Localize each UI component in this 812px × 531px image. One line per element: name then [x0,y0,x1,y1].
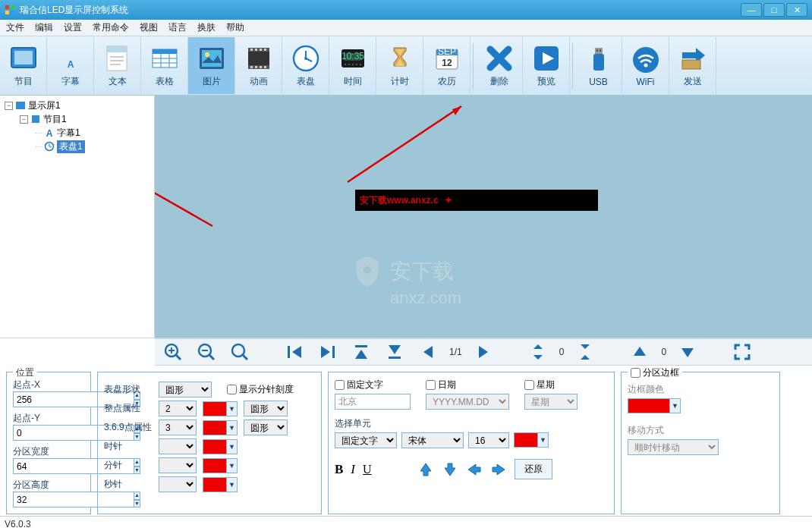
second-size-select[interactable] [159,476,197,492]
toolbar-preview[interactable]: 预览 [523,37,570,94]
svg-point-39 [344,64,345,65]
nav-top-button[interactable] [349,341,373,363]
fixed-text-input[interactable] [335,394,411,410]
collapse-vert-button[interactable] [573,341,597,363]
menu-view[interactable]: 视图 [140,21,158,34]
menu-common[interactable]: 常用命令 [93,21,129,34]
svg-rect-57 [32,115,39,123]
move-down-button[interactable] [675,341,700,363]
menu-file[interactable]: 文件 [6,21,24,34]
whole-size-select[interactable]: 2 [159,401,197,416]
svg-rect-56 [16,102,25,109]
svg-line-70 [176,355,181,360]
arrow-right-button[interactable] [490,461,507,478]
underline-button[interactable]: U [363,463,372,476]
move-up-button[interactable] [628,341,652,363]
nav-prev-button[interactable] [416,341,440,363]
italic-button[interactable]: I [351,462,355,477]
svg-rect-82 [389,357,401,359]
toolbar-timer[interactable]: 计时 [376,37,423,94]
tree-root[interactable]: −显示屏1 [2,99,153,112]
arrow-left-button[interactable] [466,461,483,478]
table-icon [149,43,180,74]
toolbar-calendar[interactable]: SEP12农历 [423,37,471,94]
svg-marker-63 [452,106,461,115]
q369-shape-select[interactable]: 圆形 [244,419,288,435]
minimize-button[interactable]: — [741,3,762,17]
show-minute-checkbox[interactable] [227,385,237,394]
font-select[interactable]: 宋体 [401,432,464,448]
font-size-select[interactable]: 16 [468,432,509,448]
menu-language[interactable]: 语言 [168,21,187,34]
menu-skin[interactable]: 换肤 [197,21,216,34]
svg-rect-51 [596,49,598,52]
menu-help[interactable]: 帮助 [226,21,244,34]
nav-bottom-button[interactable] [382,341,407,363]
clock-shape-box: 表盘形状圆形显示分针刻度 整点属性2▼圆形 3.6.9点属性3▼圆形 时针▼ 分… [97,372,322,514]
svg-rect-27 [264,49,266,51]
arrow-up-button[interactable] [417,461,434,478]
expand-vert-button[interactable] [526,341,550,363]
toolbar-time[interactable]: 10:35时间 [329,37,376,94]
menu-settings[interactable]: 设置 [64,21,82,34]
shape-select[interactable]: 圆形 [159,382,212,397]
svg-rect-50 [593,54,604,71]
toolbar-image[interactable]: 图片 [188,37,235,94]
toolbar-wifi[interactable]: WiFi [622,37,669,94]
maximize-button[interactable]: □ [763,3,785,17]
fullscreen-button[interactable] [730,341,754,363]
minute-size-select[interactable] [159,457,197,473]
border-enable-checkbox[interactable] [631,368,640,378]
minute-color[interactable]: ▼ [203,458,238,473]
nav-last-button[interactable] [316,341,340,363]
arrow-down-button[interactable] [442,461,458,478]
toolbar-animation[interactable]: 动画 [235,37,282,94]
date-format-select[interactable]: YYYY.MM.DD [426,394,509,410]
svg-rect-13 [153,49,177,54]
toolbar-program[interactable]: 节目 [0,37,47,94]
q369-size-select[interactable]: 3 [159,419,197,435]
toolbar-text[interactable]: 文本 [94,37,141,94]
zoom-in-button[interactable] [161,341,185,363]
week-checkbox[interactable] [524,380,534,390]
close-button[interactable]: ✕ [786,3,807,17]
svg-rect-49 [595,48,603,54]
q369-color[interactable]: ▼ [203,420,238,435]
whole-shape-select[interactable]: 圆形 [244,401,288,416]
tree-program[interactable]: −节目1 [2,112,153,126]
whole-color[interactable]: ▼ [203,401,238,416]
text-settings-box: 固定文字 日期YYYY.MM.DD 星期星期 选择单元 固定文字 宋体 16 ▼… [328,372,615,514]
timer-icon [385,43,415,74]
toolbar-delete[interactable]: 删除 [476,37,523,94]
page-indicator: 1/1 [449,347,462,357]
svg-line-62 [348,106,461,182]
time-icon: 10:35 [338,43,368,74]
svg-marker-77 [292,346,301,358]
unit-select[interactable]: 固定文字 [335,432,397,448]
hour-size-select[interactable] [159,438,197,454]
zoom-reset-button[interactable] [228,341,252,363]
toolbar-table[interactable]: 表格 [141,37,188,94]
toolbar-usb[interactable]: USB [575,37,622,94]
menu-edit[interactable]: 编辑 [35,21,53,34]
nav-first-button[interactable] [282,341,307,363]
second-color[interactable]: ▼ [203,477,238,492]
tree-subtitle-item[interactable]: ⋯A字幕1 [2,126,153,140]
text-color[interactable]: ▼ [514,432,549,448]
toolbar-subtitle[interactable]: A字幕 [47,37,94,94]
toolbar-clock[interactable]: 表盘 [282,37,329,94]
tree-clock-item[interactable]: ⋯表盘1 [2,140,153,153]
toolbar-send[interactable]: 发送 [669,37,716,94]
nav-next-button[interactable] [471,341,496,363]
hour-color[interactable]: ▼ [203,439,238,454]
bold-button[interactable]: B [335,462,343,477]
svg-text:A: A [46,128,53,138]
border-color[interactable]: ▼ [628,398,681,413]
svg-point-74 [232,344,244,357]
border-move-select[interactable]: 顺时针移动 [628,439,719,455]
fixed-text-checkbox[interactable] [335,380,345,390]
week-format-select[interactable]: 星期 [524,394,578,410]
zoom-out-button[interactable] [194,341,219,363]
date-checkbox[interactable] [426,380,436,390]
restore-button[interactable]: 还原 [515,459,552,479]
